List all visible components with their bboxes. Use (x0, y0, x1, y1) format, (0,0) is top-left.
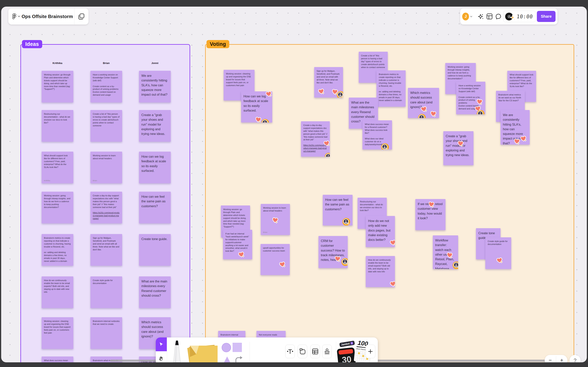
heart-sticker-icon[interactable] (496, 256, 504, 265)
sticky-note[interactable]: Working session to learn about email hea… (90, 152, 122, 183)
sticky-note[interactable]: Restructuring our documentation - what d… (42, 110, 73, 142)
sticky-note[interactable]: Create style guide for documentation (90, 276, 122, 308)
heart-sticker-icon[interactable] (331, 88, 339, 96)
zoom-out-button[interactable]: − (545, 355, 556, 362)
sticky-note[interactable]: Brainstorm metrics to create reporting o… (377, 70, 406, 107)
whiteboard-canvas[interactable]: Ideas Voting KrithikaWorking session: go… (1, 7, 587, 362)
sticky-note[interactable]: Workflow transfer: watch each other use … (433, 235, 458, 269)
sticky-note[interactable]: What are the main milestones every Resen… (139, 276, 171, 308)
avatar-stamp-icon[interactable] (337, 91, 343, 98)
stamp-tool-icon (324, 348, 330, 355)
figjam-window: Ideas Voting KrithikaWorking session: go… (1, 7, 587, 362)
avatar[interactable]: J (462, 13, 469, 20)
avatar-stamp-icon[interactable] (418, 114, 426, 118)
section-tool[interactable] (298, 345, 307, 358)
avatar-stamp-icon[interactable] (477, 110, 485, 114)
avatar-stamp-icon[interactable] (342, 218, 350, 225)
zoom-in-button[interactable]: + (556, 355, 567, 362)
sticky-note-text: Restructuring our documentation - what d… (360, 200, 384, 212)
heart-sticker-icon[interactable] (271, 216, 279, 224)
sticky-note[interactable]: Working session to learn about email hea… (261, 204, 290, 235)
avatar-stamp-icon[interactable] (325, 153, 330, 157)
sticky-note[interactable]: What does success mean for a Resend cust… (42, 357, 73, 362)
jambot-widget-thumbnail[interactable]: Jambot (339, 341, 355, 347)
sticky-note[interactable]: Working session: going through Inkeep in… (42, 192, 73, 223)
voting-section-label[interactable]: Voting (207, 40, 229, 48)
sticky-note[interactable]: How can we log feedback at scale so its … (139, 152, 171, 183)
stamp-tool[interactable] (322, 345, 332, 358)
sticky-note[interactable]: Have a working session on Knowledge Cent… (456, 82, 485, 114)
sticky-note-text: Create a day-to-day support expectations… (303, 124, 328, 141)
table-tool[interactable] (310, 345, 320, 358)
sticky-note[interactable]: Create a "grab your shoes and run" model… (443, 131, 473, 165)
sticky-note[interactable]: If we rebuilt retool customer view today… (415, 199, 445, 230)
sticky-note[interactable]: Create style guide for documentation (485, 237, 511, 269)
sticky-note[interactable]: Create tone guide. (139, 234, 171, 266)
sticky-note-text: Sign up for Mailgun, SendGrid, and Postm… (93, 237, 120, 251)
heart-sticker-icon[interactable] (278, 260, 286, 269)
figma-menu-button[interactable] (11, 12, 18, 21)
sticky-note[interactable]: Working session: go through Plain and de… (42, 71, 73, 102)
sticky-note[interactable]: How can we feel the same pain as custome… (323, 195, 353, 225)
shape-triangle-tool[interactable] (223, 356, 232, 362)
sticky-note[interactable]: Sign up for Mailgun, SendGrid, and Postm… (90, 234, 122, 266)
avatar-chevron-icon[interactable] (470, 16, 472, 17)
shape-square-tool[interactable] (233, 343, 242, 352)
text-tool[interactable] (285, 345, 295, 358)
shape-circle-tool[interactable] (221, 343, 231, 352)
sticky-note[interactable]: CRM for customer success? How to track m… (319, 236, 348, 268)
sticky-note-tool[interactable] (185, 341, 220, 362)
sticky-note[interactable]: Sign up for Mailgun, SendGrid, and Postm… (314, 67, 343, 98)
cursor-arrow-icon (159, 342, 164, 347)
sticky-note[interactable]: How can we log feedback at scale so its … (241, 91, 272, 123)
sticky-note[interactable]: We are consistently hitting SLA's, how c… (501, 110, 530, 145)
sticky-note[interactable]: upsell opportunities for customer succes… (260, 244, 290, 275)
timer-widget[interactable]: ♪ 10:00 (503, 11, 536, 22)
sticky-note-text: upsell opportunities for customer succes… (263, 246, 287, 252)
share-button[interactable]: Share (537, 11, 555, 22)
heart-sticker-icon[interactable] (317, 87, 325, 96)
chevron-down-icon[interactable] (18, 16, 20, 17)
sticky-note[interactable]: Working session: cleaning up and organiz… (42, 317, 73, 349)
sticky-note[interactable]: Which metrics should success care about … (408, 88, 439, 118)
column-name[interactable]: Jonni (139, 62, 171, 65)
file-title[interactable]: Ops Offsite Brainstorm (20, 14, 74, 19)
sticky-note[interactable]: Create a list of "this person is having … (90, 110, 122, 142)
connector-tool[interactable] (235, 355, 244, 362)
sticky-note-text: Brainstorm internal runbooks that we nee… (93, 320, 120, 325)
select-tool[interactable] (156, 337, 167, 351)
sticky-note-link[interactable]: https://a16z.com/good-product-manager-ba… (93, 211, 120, 220)
sticky-note-link[interactable]: https://a16z.com/good-product-manager-ba… (303, 144, 328, 153)
sticky-note[interactable]: We are consistently hitting SLA's, how c… (139, 71, 171, 102)
sticky-note[interactable]: Create a day-to-day support expectations… (301, 121, 330, 157)
sticky-note[interactable]: How do we continuously enable the team t… (42, 276, 73, 308)
sticky-note[interactable]: If we had an internal "hack week/launch … (223, 230, 252, 259)
comments-button[interactable] (495, 12, 502, 21)
sticky-note[interactable]: What should support look like for differ… (42, 152, 73, 183)
avatar-stamp-icon[interactable] (261, 119, 269, 123)
heart-sticker-icon[interactable] (429, 110, 437, 118)
sticky-note[interactable]: How do we continuously enable the team t… (366, 256, 395, 287)
sticky-note[interactable]: How do we not only add new docs pages, b… (366, 216, 395, 247)
ai-actions-button[interactable] (477, 12, 485, 21)
layout-templates-button[interactable] (486, 12, 493, 21)
column-name[interactable]: Krithika (42, 62, 73, 65)
heart-sticker-icon[interactable] (254, 116, 262, 123)
sticky-note[interactable]: Create a day-to-day support expectations… (90, 192, 122, 223)
templates-button[interactable] (77, 12, 86, 21)
marker-tool[interactable] (171, 340, 183, 362)
calendar-30-widget-thumbnail[interactable]: 30 (337, 347, 356, 362)
sticky-note[interactable]: Have a working session on Knowledge Cent… (90, 71, 122, 102)
bottom-toolbar: Jambot 100 30 Week Planner (156, 337, 378, 362)
sticky-note[interactable]: Brainstorm metrics to create reporting o… (42, 234, 73, 266)
sticky-note[interactable]: Create a "grab your shoes and run" model… (139, 110, 171, 142)
ideas-section-label[interactable]: Ideas (22, 40, 42, 48)
sticky-note[interactable]: What does success mean for a Resend cust… (362, 120, 392, 150)
add-toolbar-item-button[interactable] (366, 345, 375, 358)
column-name[interactable]: Brian (90, 62, 122, 65)
sticky-note[interactable]: How can we feel the same pain as custome… (139, 192, 171, 223)
sticky-note[interactable]: Brainstorm internal runbooks that we nee… (90, 317, 122, 349)
heart-sticker-icon[interactable] (389, 280, 395, 287)
jambot-label: Jambot (341, 342, 350, 346)
hand-tool[interactable] (156, 351, 167, 362)
